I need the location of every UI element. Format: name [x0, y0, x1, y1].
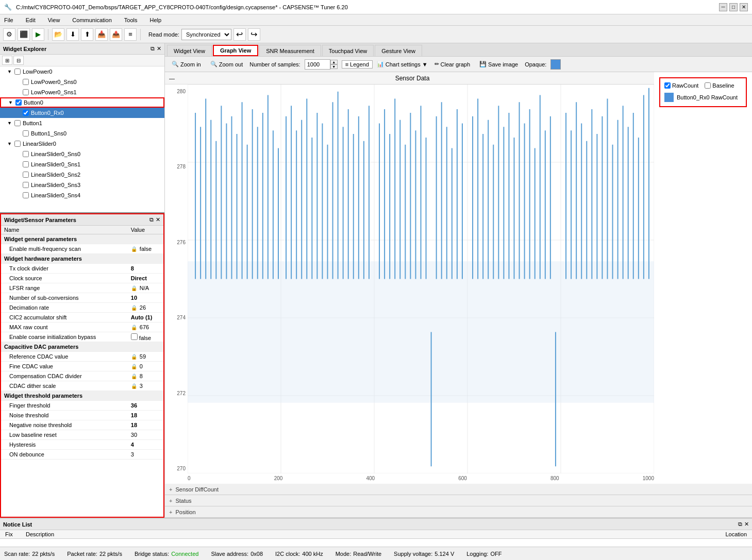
tree-item-lowpower0-sns0[interactable]: LowPower0_Sns0 — [0, 77, 164, 87]
tree-item-button0-rx0[interactable]: Button0_Rx0 — [0, 108, 164, 118]
param-value-lfsr: 🔒 N/A — [128, 283, 163, 293]
tree-checkbox-linearslider0-sns1[interactable] — [23, 161, 29, 167]
menu-view[interactable]: View — [46, 16, 62, 24]
opaque-color-swatch[interactable] — [550, 59, 561, 70]
y-label-278: 278 — [166, 164, 186, 169]
chevron-down-icon3[interactable]: ▼ — [7, 121, 13, 126]
tree-item-linearslider0-sns3[interactable]: LinearSlider0_Sns3 — [0, 180, 164, 190]
tab-gesture-view[interactable]: Gesture View — [375, 45, 422, 56]
tree-checkbox-lowpower0-sns1[interactable] — [23, 89, 29, 95]
chevron-down-icon2[interactable]: ▼ — [8, 100, 14, 105]
tree-item-lowpower0-sns1[interactable]: LowPower0_Sns1 — [0, 87, 164, 97]
tree-item-linearslider0-sns0[interactable]: LinearSlider0_Sns0 — [0, 149, 164, 159]
bridge-status-item: Bridge status: Connected — [135, 551, 198, 557]
tree-checkbox-linearslider0-sns2[interactable] — [23, 172, 29, 178]
tree-checkbox-lowpower0-sns0[interactable] — [23, 79, 29, 85]
menu-file[interactable]: File — [2, 16, 15, 24]
maximize-button[interactable]: □ — [729, 3, 738, 11]
upload-button[interactable]: ⬆ — [81, 28, 93, 41]
tree-checkbox-linearslider0-sns4[interactable] — [23, 192, 29, 198]
menu-communication[interactable]: Communication — [70, 16, 113, 24]
menu-tools[interactable]: Tools — [122, 16, 140, 24]
tree-checkbox-linearslider0[interactable] — [14, 141, 21, 147]
menu-help[interactable]: Help — [147, 16, 163, 24]
tree-item-linearslider0-sns2[interactable]: LinearSlider0_Sns2 — [0, 169, 164, 180]
opaque-label: Opaque: — [525, 61, 546, 67]
main-layout: Widget Explorer ⧉ ✕ ⊞ ⊟ ▼ LowPower0 — [0, 43, 752, 518]
read-mode-select[interactable]: Synchronized — [181, 29, 231, 40]
status-panel[interactable]: + Status — [165, 495, 752, 506]
tree-item-linearslider0-sns4[interactable]: LinearSlider0_Sns4 — [0, 190, 164, 200]
i2c-clock-value: 400 kHz — [302, 551, 323, 557]
legend-button[interactable]: ≡ Legend — [342, 60, 373, 69]
tree-item-button0[interactable]: ▼ Button0 — [0, 97, 164, 108]
tree-item-button1[interactable]: ▼ Button1 — [0, 118, 164, 128]
param-name-subconv: Number of sub-conversions — [1, 293, 128, 303]
download-button[interactable]: ⬇ — [66, 28, 79, 41]
coarse-checkbox[interactable] — [131, 333, 138, 340]
sensor-diffcount-panel[interactable]: + Sensor DiffCount — [165, 484, 752, 495]
open-button[interactable]: 📂 — [52, 28, 64, 41]
close-notice-icon[interactable]: ✕ — [744, 521, 749, 528]
close-button[interactable]: ✕ — [740, 3, 748, 11]
bridge-status-value: Connected — [171, 551, 198, 557]
x-axis: 0 200 400 600 800 1000 — [188, 474, 654, 482]
expand-diffcount-icon[interactable]: + — [169, 486, 172, 493]
legend-baseline-checkbox[interactable] — [705, 82, 711, 89]
zoom-in-button[interactable]: 🔍 Zoom in — [169, 60, 204, 69]
tab-snr-measurement[interactable]: SNR Measurement — [259, 45, 321, 56]
expand-all-button[interactable]: ⊞ — [2, 56, 12, 65]
save-image-button[interactable]: 💾 Save image — [477, 60, 521, 69]
redo-button[interactable]: ↪ — [248, 28, 260, 41]
tree-item-button1-sns0[interactable]: Button1_Sns0 — [0, 128, 164, 139]
status-bar: Scan rate: 22 pkts/s Packet rate: 22 pkt… — [0, 547, 752, 560]
expand-position-icon[interactable]: + — [169, 509, 172, 515]
tree-checkbox-button1[interactable] — [14, 120, 21, 126]
list-button[interactable]: ≡ — [124, 28, 137, 41]
tree-item-lowpower0[interactable]: ▼ LowPower0 — [0, 66, 164, 77]
tree-checkbox-button1-sns0[interactable] — [23, 130, 29, 137]
chevron-down-icon4[interactable]: ▼ — [7, 141, 13, 146]
tab-widget-view[interactable]: Widget View — [167, 45, 212, 56]
play-button[interactable]: ▶ — [32, 28, 44, 41]
close-widget-explorer-icon[interactable]: ✕ — [157, 45, 161, 52]
notice-header: Notice List ⧉ ✕ — [0, 519, 752, 530]
param-row-refcdac: Reference CDAC value 🔒 59 — [1, 352, 163, 362]
import-button[interactable]: 📥 — [95, 28, 108, 41]
legend-rawcount-checkbox[interactable] — [664, 82, 671, 89]
collapse-all-button[interactable]: ⊟ — [13, 56, 24, 65]
param-name-cic2: CIC2 accumulator shift — [1, 313, 128, 323]
samples-input[interactable] — [305, 59, 330, 70]
tree-checkbox-lowpower0[interactable] — [14, 69, 21, 75]
close-params-icon[interactable]: ✕ — [156, 216, 160, 223]
clear-graph-button[interactable]: ✏ Clear graph — [432, 60, 473, 69]
spinner-up[interactable]: ▲ — [330, 60, 338, 64]
tree-item-linearslider0[interactable]: ▼ LinearSlider0 — [0, 139, 164, 149]
expand-status-icon[interactable]: + — [169, 498, 172, 504]
tree-label-button1: Button1 — [23, 120, 42, 126]
tree-checkbox-button0[interactable] — [15, 99, 22, 106]
tree-checkbox-linearslider0-sns3[interactable] — [23, 182, 29, 188]
minimize-button[interactable]: ─ — [719, 3, 727, 11]
legend-panel: RawCount Baseline Button0_Rx0 RawCount — [659, 77, 747, 107]
settings-button[interactable]: ⚙ — [3, 28, 15, 41]
float-icon[interactable]: ⧉ — [151, 45, 155, 52]
tab-touchpad-view[interactable]: Touchpad View — [322, 45, 374, 56]
chart-minimize-icon[interactable]: — — [169, 75, 175, 81]
position-panel[interactable]: + Position — [165, 506, 752, 518]
tree-checkbox-button0-rx0[interactable] — [23, 110, 29, 116]
chart-settings-button[interactable]: 📊 Chart settings ▼ — [377, 61, 428, 67]
zoom-out-button[interactable]: 🔍 Zoom out — [208, 60, 245, 69]
tree-item-linearslider0-sns1[interactable]: LinearSlider0_Sns1 — [0, 159, 164, 169]
export-button[interactable]: 📤 — [110, 28, 122, 41]
tree-checkbox-linearslider0-sns0[interactable] — [23, 151, 29, 157]
float-notice-icon[interactable]: ⧉ — [738, 521, 742, 528]
menu-edit[interactable]: Edit — [24, 16, 38, 24]
stop-button[interactable]: ⬛ — [18, 28, 30, 41]
spinner-down[interactable]: ▼ — [330, 64, 338, 69]
undo-button[interactable]: ↩ — [233, 28, 246, 41]
float-params-icon[interactable]: ⧉ — [149, 216, 154, 223]
svg-chart-container[interactable]: 0 200 400 600 800 1000 — [188, 84, 654, 484]
chevron-down-icon[interactable]: ▼ — [7, 69, 13, 74]
tab-graph-view[interactable]: Graph View — [213, 45, 258, 56]
